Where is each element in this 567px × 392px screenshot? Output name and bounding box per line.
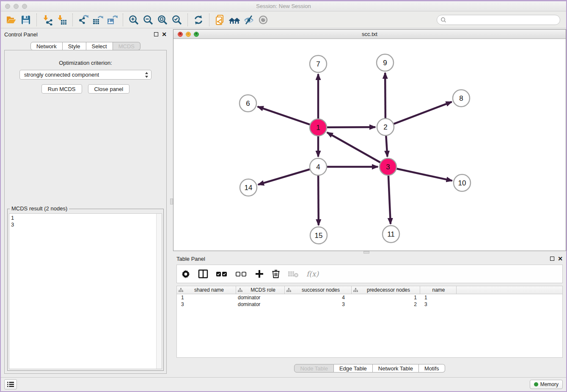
sort-column-icon [179, 288, 183, 293]
float-panel-icon[interactable] [154, 32, 158, 36]
optimization-criterion-dropdown[interactable]: strongly connected component [19, 70, 151, 80]
graph-node-11[interactable]: 11 [383, 226, 399, 243]
sort-column-icon [286, 288, 291, 293]
mcds-result-groupbox: MCDS result (2 nodes) 13 [7, 209, 164, 371]
tab-node-table[interactable]: Node Table [294, 364, 334, 373]
table-row[interactable]: 3dominator323 [177, 301, 562, 308]
import-table-icon[interactable] [55, 13, 69, 27]
show-columns-icon[interactable] [198, 269, 208, 279]
save-session-icon[interactable] [19, 13, 33, 27]
node-label: 11 [387, 230, 395, 238]
export-table-icon[interactable] [91, 13, 105, 27]
graph-edge-4-15[interactable] [318, 176, 319, 225]
delete-column-icon[interactable] [272, 269, 280, 279]
dropdown-arrows-icon [145, 72, 149, 78]
graph-node-3[interactable]: 3 [380, 158, 396, 175]
duplicate-network-icon[interactable] [213, 13, 227, 27]
table-panel-title: Table Panel [176, 256, 550, 262]
run-mcds-button[interactable]: Run MCDS [41, 84, 82, 94]
splitter-grip[interactable] [363, 251, 369, 254]
graph-edge-3-10[interactable] [397, 168, 452, 180]
float-table-panel-icon[interactable] [550, 257, 554, 261]
close-panel-button[interactable]: Close panel [88, 84, 130, 94]
toolbar-separator [36, 14, 37, 26]
close-table-panel-icon[interactable]: ✕ [558, 257, 563, 261]
table-cell: 2 [352, 301, 420, 307]
tab-network-table[interactable]: Network Table [373, 364, 419, 373]
graph-node-9[interactable]: 9 [377, 54, 394, 71]
search-box[interactable] [437, 15, 560, 25]
vertical-splitter[interactable] [170, 29, 173, 377]
column-header-predecessor-nodes[interactable]: predecessor nodes [352, 286, 420, 294]
graph-node-4[interactable]: 4 [310, 158, 327, 175]
table-cell: 1 [352, 295, 420, 301]
column-label: name [422, 287, 455, 293]
import-network-icon[interactable] [40, 13, 55, 27]
table-settings-icon[interactable] [181, 269, 190, 279]
table-cell: 3 [285, 301, 352, 307]
first-neighbors-icon[interactable] [227, 13, 242, 27]
tab-style[interactable]: Style [63, 42, 86, 50]
network-window-titlebar: ✕ − + scc.txt [173, 30, 566, 39]
column-header-shared-name[interactable]: shared name [177, 286, 236, 294]
graph-edge-1-6[interactable] [258, 107, 310, 124]
graph-node-14[interactable]: 14 [240, 179, 257, 196]
column-header-successor-nodes[interactable]: successor nodes [285, 286, 352, 294]
graph-edge-3-1[interactable] [327, 133, 380, 163]
table-panel: Table Panel ✕ f(x) s [173, 254, 566, 377]
search-input[interactable] [449, 17, 556, 23]
splitter-grip[interactable] [170, 199, 173, 204]
memory-button[interactable]: Memory [530, 380, 563, 389]
close-panel-icon[interactable]: ✕ [162, 32, 167, 36]
show-all-icon[interactable] [256, 13, 270, 27]
tab-mcds[interactable]: MCDS [113, 42, 140, 50]
open-session-icon[interactable] [4, 13, 19, 27]
export-network-icon[interactable] [76, 13, 91, 27]
zoom-in-icon[interactable] [127, 13, 141, 27]
graph-edge-1-2[interactable] [327, 127, 375, 127]
graph-node-15[interactable]: 15 [310, 227, 327, 244]
network-canvas[interactable]: 7968124314101511 [173, 39, 566, 251]
select-all-checkboxes-icon[interactable] [216, 270, 228, 278]
column-header-name[interactable]: name [420, 286, 457, 294]
graph-node-7[interactable]: 7 [310, 55, 327, 72]
control-panel-title: Control Panel [4, 31, 154, 38]
tab-motifs[interactable]: Motifs [419, 364, 445, 373]
graph-node-1[interactable]: 1 [310, 119, 327, 136]
refresh-icon[interactable] [191, 13, 206, 27]
task-history-button[interactable] [4, 379, 17, 389]
result-line: 3 [11, 221, 160, 228]
tab-select[interactable]: Select [86, 42, 113, 50]
graph-edge-4-14[interactable] [258, 169, 310, 185]
graph-node-8[interactable]: 8 [453, 90, 470, 107]
add-column-icon[interactable] [255, 269, 264, 279]
mcds-result-title: MCDS result (2 nodes) [10, 205, 69, 212]
graph-node-10[interactable]: 10 [454, 174, 471, 191]
node-label: 3 [386, 163, 390, 171]
zoom-selected-icon[interactable] [170, 13, 184, 27]
network-graph[interactable]: 7968124314101511 [173, 39, 566, 251]
graph-node-2[interactable]: 2 [377, 119, 394, 135]
export-image-icon[interactable] [105, 13, 119, 27]
graph-edge-3-11[interactable] [388, 176, 391, 224]
table-cell: 1 [177, 295, 236, 301]
deselect-all-checkboxes-icon[interactable] [235, 270, 247, 278]
graph-edge-2-3[interactable] [386, 136, 387, 157]
zoom-fit-icon[interactable] [155, 13, 170, 27]
graph-edge-2-9[interactable] [385, 73, 385, 118]
tab-edge-table[interactable]: Edge Table [334, 364, 373, 373]
hide-selected-icon[interactable] [242, 13, 256, 27]
node-table[interactable]: shared nameMCDS rolesuccessor nodesprede… [176, 286, 563, 358]
column-header-MCDS-role[interactable]: MCDS role [236, 286, 285, 294]
result-scrollbar[interactable] [156, 214, 162, 369]
graph-node-6[interactable]: 6 [239, 95, 256, 112]
table-row[interactable]: 1dominator411 [177, 294, 562, 301]
node-label: 8 [459, 94, 463, 102]
zoom-out-icon[interactable] [141, 13, 155, 27]
mcds-result-area[interactable]: 13 [9, 213, 162, 369]
mcds-tab-content: Optimization criterion: strongly connect… [4, 50, 167, 374]
tab-network[interactable]: Network [30, 42, 63, 50]
graph-edge-2-8[interactable] [394, 102, 452, 124]
table-cell: 4 [285, 295, 352, 301]
horizontal-splitter[interactable] [173, 251, 566, 254]
